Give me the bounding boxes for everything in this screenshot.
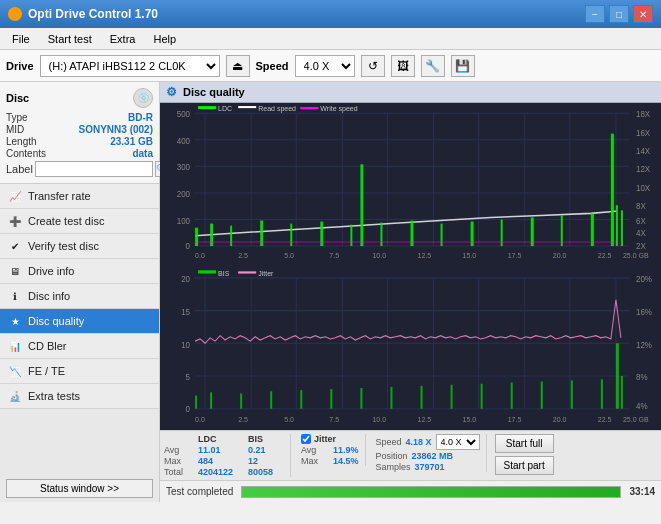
refresh-button[interactable]: ↺ (361, 55, 385, 77)
svg-text:4%: 4% (636, 400, 648, 410)
svg-rect-59 (591, 213, 594, 246)
bis-col-header: BIS (248, 434, 284, 444)
panel-header: ⚙ Disc quality (160, 82, 661, 103)
bis-max: 12 (248, 456, 284, 466)
svg-text:0: 0 (186, 242, 191, 251)
svg-rect-115 (481, 383, 483, 408)
drive-info-icon: 🖥 (8, 264, 22, 278)
disc-panel-icon: 💿 (133, 88, 153, 108)
start-part-button[interactable]: Start part (495, 456, 554, 475)
progress-bar-fill (242, 487, 620, 497)
svg-text:2X: 2X (636, 242, 646, 251)
svg-text:12.5: 12.5 (418, 414, 432, 423)
sidebar-item-drive-info[interactable]: 🖥 Drive info (0, 259, 159, 284)
svg-rect-114 (451, 384, 453, 408)
svg-text:16X: 16X (636, 129, 651, 138)
svg-text:10.0: 10.0 (372, 414, 386, 423)
sidebar-item-cd-bler[interactable]: 📊 CD Bler (0, 334, 159, 359)
start-full-button[interactable]: Start full (495, 434, 554, 453)
disc-label-key: Label (6, 163, 33, 175)
svg-text:25.0 GB: 25.0 GB (623, 252, 649, 260)
menu-file[interactable]: File (4, 31, 38, 47)
svg-rect-50 (350, 225, 352, 246)
svg-text:12%: 12% (636, 339, 653, 349)
transfer-rate-icon: 📈 (8, 189, 22, 203)
svg-rect-111 (360, 387, 362, 408)
menu-help[interactable]: Help (145, 31, 184, 47)
disc-type-val: BD-R (128, 112, 153, 123)
bottom-chart-svg: 20 15 10 5 0 20% 16% 12% 8% 4% 0.0 2.5 5… (160, 267, 661, 431)
settings-button-2[interactable]: 🔧 (421, 55, 445, 77)
sidebar-item-disc-info[interactable]: ℹ Disc info (0, 284, 159, 309)
svg-text:20: 20 (181, 273, 190, 283)
svg-text:2.5: 2.5 (238, 252, 248, 260)
ldc-max: 484 (198, 456, 242, 466)
save-button[interactable]: 💾 (451, 55, 475, 77)
svg-text:20.0: 20.0 (553, 414, 567, 423)
svg-text:6X: 6X (636, 217, 646, 226)
svg-rect-105 (195, 395, 197, 408)
sidebar-item-create-test-disc[interactable]: ➕ Create test disc (0, 209, 159, 234)
jitter-checkbox[interactable] (301, 434, 311, 444)
panel-title: Disc quality (183, 86, 245, 98)
position-label: Position (376, 451, 408, 461)
svg-text:200: 200 (177, 190, 191, 199)
stats-max-row: Max 484 12 (164, 456, 284, 466)
jitter-header-row: Jitter (301, 434, 359, 444)
cd-bler-icon: 📊 (8, 339, 22, 353)
disc-label-row: Label 🔍 (6, 161, 153, 177)
total-label: Total (164, 467, 192, 477)
svg-rect-44 (195, 228, 198, 246)
svg-text:0: 0 (186, 403, 191, 413)
speed-label: Speed (256, 60, 289, 72)
svg-rect-124 (238, 271, 256, 273)
svg-text:25.0 GB: 25.0 GB (623, 414, 649, 423)
drive-select[interactable]: (H:) ATAPI iHBS112 2 CL0K (40, 55, 220, 77)
ldc-col-header: LDC (198, 434, 242, 444)
sidebar-item-fe-te[interactable]: 📉 FE / TE (0, 359, 159, 384)
jitter-col-header: Jitter (314, 434, 336, 444)
menu-extra[interactable]: Extra (102, 31, 144, 47)
svg-text:22.5: 22.5 (598, 252, 612, 260)
sidebar-item-label-verify-test-disc: Verify test disc (28, 240, 99, 252)
svg-text:12X: 12X (636, 165, 651, 174)
jitter-avg-row: Avg 11.9% (301, 445, 359, 455)
svg-text:7.5: 7.5 (329, 414, 339, 423)
disc-contents-row: Contents data (6, 148, 153, 159)
disc-info-icon: ℹ (8, 289, 22, 303)
sidebar-item-label-transfer-rate: Transfer rate (28, 190, 91, 202)
svg-text:17.5: 17.5 (508, 252, 522, 260)
svg-text:16%: 16% (636, 306, 653, 316)
svg-text:17.5: 17.5 (508, 414, 522, 423)
create-test-disc-icon: ➕ (8, 214, 22, 228)
minimize-button[interactable]: − (585, 5, 605, 23)
avg-label: Avg (164, 445, 192, 455)
sidebar-item-label-create-test-disc: Create test disc (28, 215, 104, 227)
sidebar-item-extra-tests[interactable]: 🔬 Extra tests (0, 384, 159, 409)
close-button[interactable]: ✕ (633, 5, 653, 23)
settings-button-1[interactable]: 🖼 (391, 55, 415, 77)
svg-text:18X: 18X (636, 110, 651, 119)
jitter-max: 14.5% (333, 456, 359, 466)
svg-rect-61 (616, 205, 618, 246)
svg-rect-48 (290, 224, 292, 246)
maximize-button[interactable]: □ (609, 5, 629, 23)
eject-button[interactable]: ⏏ (226, 55, 250, 77)
speed-select[interactable]: 4.0 X (295, 55, 355, 77)
svg-rect-121 (621, 376, 623, 409)
speed-stat-select[interactable]: 4.0 X (436, 434, 480, 450)
stats-row: LDC BIS Avg 11.01 0.21 Max 484 12 Total … (160, 430, 661, 480)
menu-start-test[interactable]: Start test (40, 31, 100, 47)
bottom-chart-panel: 20 15 10 5 0 20% 16% 12% 8% 4% 0.0 2.5 5… (160, 267, 661, 431)
status-window-button[interactable]: Status window >> (6, 479, 153, 498)
ldc-total: 4204122 (198, 467, 242, 477)
sidebar-item-disc-quality[interactable]: ★ Disc quality (0, 309, 159, 334)
charts-wrapper: 500 400 300 200 100 0 18X 16X 14X 12X 10… (160, 103, 661, 430)
svg-text:400: 400 (177, 137, 191, 146)
sidebar-item-label-disc-info: Disc info (28, 290, 70, 302)
sidebar-item-transfer-rate[interactable]: 📈 Transfer rate (0, 184, 159, 209)
disc-label-input[interactable] (35, 161, 153, 177)
title-bar-left: Opti Drive Control 1.70 (8, 7, 158, 21)
sidebar-item-verify-test-disc[interactable]: ✔ Verify test disc (0, 234, 159, 259)
verify-test-disc-icon: ✔ (8, 239, 22, 253)
